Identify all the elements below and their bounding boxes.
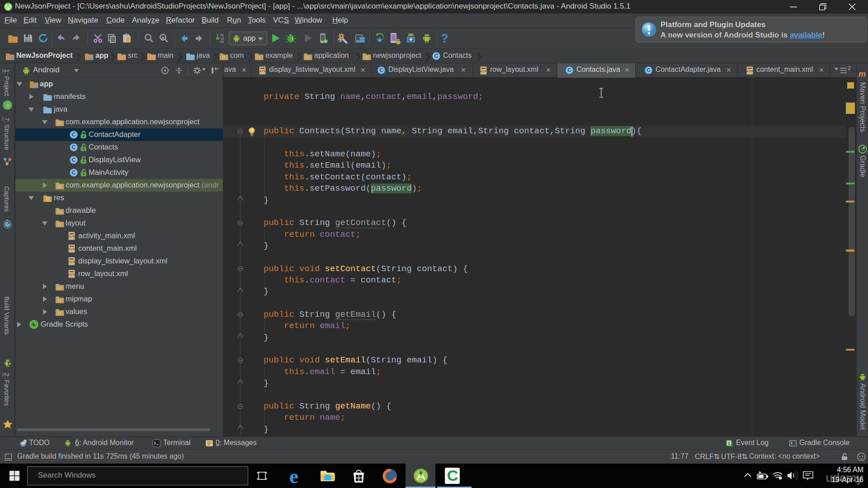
svg-text:1: 1: [728, 441, 730, 446]
svg-text:A: A: [161, 36, 165, 40]
svg-text:01: 01: [220, 40, 224, 44]
